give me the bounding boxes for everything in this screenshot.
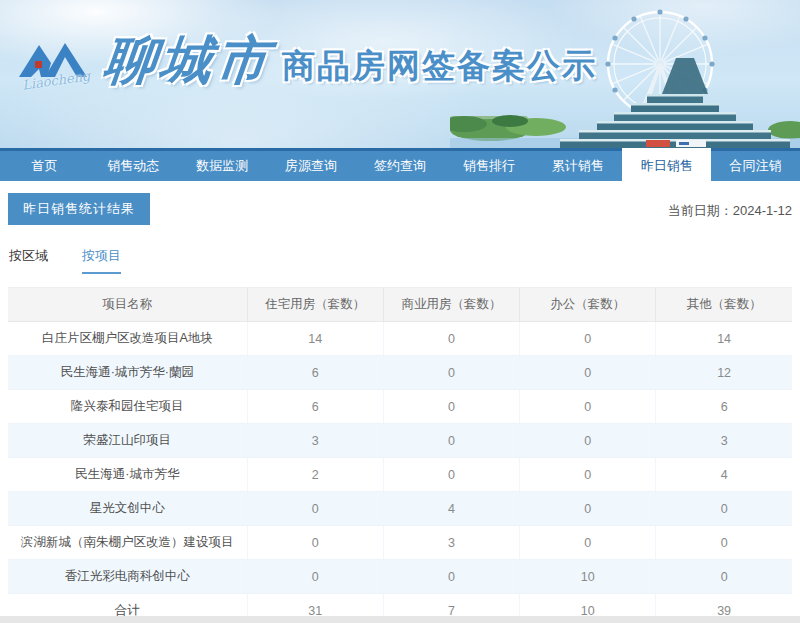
value-cell: 0 xyxy=(383,458,519,492)
value-cell: 0 xyxy=(520,390,656,424)
value-cell: 0 xyxy=(656,492,792,526)
site-title: 商品房网签备案公示 xyxy=(282,44,597,89)
table-row: 隆兴泰和园住宅项目6006 xyxy=(8,390,792,424)
tab-by-project[interactable]: 按项目 xyxy=(82,247,121,274)
sales-table: 项目名称住宅用房（套数）商业用房（套数）办公（套数）其他（套数） 白庄片区棚户区… xyxy=(8,287,792,623)
project-name-cell: 民生海通·城市芳华 xyxy=(8,458,247,492)
table-row: 香江光彩电商科创中心00100 xyxy=(8,560,792,594)
column-header: 其他（套数） xyxy=(656,288,792,322)
section-title-badge: 昨日销售统计结果 xyxy=(8,193,150,225)
main-nav: 首页销售动态数据监测房源查询签约查询销售排行累计销售昨日销售合同注销 xyxy=(0,148,800,181)
footer-strip xyxy=(0,616,800,623)
table-row: 星光文创中心0400 xyxy=(8,492,792,526)
column-header: 项目名称 xyxy=(8,288,247,322)
nav-item-sales-trends[interactable]: 销售动态 xyxy=(89,148,178,181)
value-cell: 0 xyxy=(383,424,519,458)
value-cell: 0 xyxy=(656,560,792,594)
value-cell: 0 xyxy=(520,458,656,492)
project-name-cell: 星光文创中心 xyxy=(8,492,247,526)
column-header: 商业用房（套数） xyxy=(383,288,519,322)
table-row: 滨湖新城（南朱棚户区改造）建设项目0300 xyxy=(8,526,792,560)
nav-item-home[interactable]: 首页 xyxy=(0,148,89,181)
current-date-value: 2024-1-12 xyxy=(733,203,792,218)
value-cell: 0 xyxy=(247,560,383,594)
nav-item-yesterday-sales[interactable]: 昨日销售 xyxy=(622,148,711,181)
value-cell: 4 xyxy=(383,492,519,526)
table-header-row: 项目名称住宅用房（套数）商业用房（套数）办公（套数）其他（套数） xyxy=(8,288,792,322)
value-cell: 14 xyxy=(247,322,383,356)
column-header: 办公（套数） xyxy=(520,288,656,322)
value-cell: 14 xyxy=(656,322,792,356)
project-name-cell: 荣盛江山印项目 xyxy=(8,424,247,458)
value-cell: 0 xyxy=(520,526,656,560)
value-cell: 6 xyxy=(656,390,792,424)
nav-item-signing-query[interactable]: 签约查询 xyxy=(356,148,445,181)
current-date-label: 当前日期： xyxy=(668,203,733,218)
value-cell: 0 xyxy=(520,492,656,526)
nav-item-sales-ranking[interactable]: 销售排行 xyxy=(444,148,533,181)
site-city-name: 聊城市 xyxy=(100,26,275,96)
value-cell: 0 xyxy=(247,526,383,560)
column-header: 住宅用房（套数） xyxy=(247,288,383,322)
value-cell: 0 xyxy=(247,492,383,526)
content: 昨日销售统计结果 当前日期：2024-1-12 按区域按项目 项目名称住宅用房（… xyxy=(0,181,800,623)
value-cell: 3 xyxy=(383,526,519,560)
value-cell: 0 xyxy=(383,322,519,356)
table-row: 民生海通·城市芳华·蘭园60012 xyxy=(8,356,792,390)
value-cell: 0 xyxy=(383,560,519,594)
current-date: 当前日期：2024-1-12 xyxy=(668,202,792,220)
table-row: 民生海通·城市芳华2004 xyxy=(8,458,792,492)
project-name-cell: 白庄片区棚户区改造项目A地块 xyxy=(8,322,247,356)
project-name-cell: 隆兴泰和园住宅项目 xyxy=(8,390,247,424)
value-cell: 12 xyxy=(656,356,792,390)
value-cell: 0 xyxy=(520,322,656,356)
nav-item-listings-query[interactable]: 房源查询 xyxy=(267,148,356,181)
value-cell: 0 xyxy=(383,390,519,424)
table-row: 荣盛江山印项目3003 xyxy=(8,424,792,458)
page: Liaocheng 聊城市 商品房网签备案公示 首页销售动态数据监测房源查询签约… xyxy=(0,0,800,623)
nav-item-contract-cancel[interactable]: 合同注销 xyxy=(711,148,800,181)
value-cell: 3 xyxy=(656,424,792,458)
site-banner: Liaocheng 聊城市 商品房网签备案公示 xyxy=(0,0,800,148)
tab-by-region[interactable]: 按区域 xyxy=(9,247,48,274)
nav-item-data-monitoring[interactable]: 数据监测 xyxy=(178,148,267,181)
value-cell: 4 xyxy=(656,458,792,492)
value-cell: 2 xyxy=(247,458,383,492)
value-cell: 6 xyxy=(247,356,383,390)
view-tabs: 按区域按项目 xyxy=(8,247,792,274)
nav-item-cumulative-sales[interactable]: 累计销售 xyxy=(533,148,622,181)
value-cell: 6 xyxy=(247,390,383,424)
project-name-cell: 香江光彩电商科创中心 xyxy=(8,560,247,594)
table-row: 白庄片区棚户区改造项目A地块140014 xyxy=(8,322,792,356)
value-cell: 0 xyxy=(383,356,519,390)
value-cell: 0 xyxy=(520,356,656,390)
value-cell: 0 xyxy=(520,424,656,458)
project-name-cell: 民生海通·城市芳华·蘭园 xyxy=(8,356,247,390)
value-cell: 0 xyxy=(656,526,792,560)
project-name-cell: 滨湖新城（南朱棚户区改造）建设项目 xyxy=(8,526,247,560)
liaocheng-logo: Liaocheng xyxy=(14,35,98,88)
value-cell: 10 xyxy=(520,560,656,594)
value-cell: 3 xyxy=(247,424,383,458)
